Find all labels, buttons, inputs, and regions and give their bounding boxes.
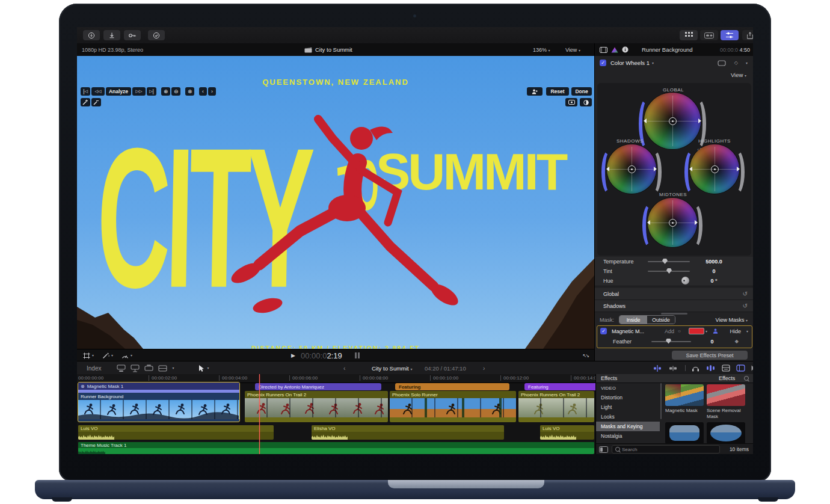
shadows-section-reset-icon[interactable]: ↺	[743, 303, 748, 309]
magnetic-mask-name[interactable]: Magnetic M...	[612, 328, 644, 334]
title-clip-featuring-1[interactable]: Featuring	[395, 383, 509, 390]
inspector-toggle-button[interactable]	[721, 30, 739, 40]
browser-grid-button[interactable]	[680, 30, 698, 40]
effects-search-field[interactable]: Search	[612, 445, 720, 453]
zoom-in-button[interactable]: ⊕	[161, 87, 170, 96]
step-back-button[interactable]: ◁◁	[91, 87, 105, 96]
audio-clip-luis-1[interactable]: Luis VO	[78, 425, 274, 440]
appearance-clip-icon-2[interactable]	[131, 364, 140, 372]
add-stroke-button[interactable]	[81, 98, 90, 106]
hue-value[interactable]: 0 °	[696, 278, 732, 284]
magnetic-mask-item-label[interactable]: Magnetic Mask	[665, 408, 706, 414]
overlay-toggle-button[interactable]	[580, 98, 592, 106]
select-tool-menu[interactable]: ▾	[198, 364, 209, 372]
info-inspector-icon[interactable]	[622, 46, 629, 53]
share-button[interactable]	[742, 30, 753, 40]
viewer-canvas[interactable]: CITY TO SUMMIT	[77, 56, 594, 349]
play-button[interactable]: ▶	[291, 352, 295, 358]
enhance-wand-menu[interactable]: ▾	[102, 352, 113, 359]
mask-add-label[interactable]: Add	[665, 328, 674, 334]
phoenix-trail-clip-2[interactable]: Phoenix Runners On Trail 2	[518, 391, 594, 422]
category-looks[interactable]: Looks	[596, 412, 660, 422]
shadows-color-wheel[interactable]	[607, 144, 656, 194]
analyze-button[interactable]: Analyze	[106, 87, 131, 96]
global-section-row[interactable]: Global ↺	[595, 288, 753, 300]
index-button[interactable]: Index	[87, 365, 101, 372]
midtones-wheel-puck[interactable]	[669, 219, 677, 227]
appearance-clip-icon-3[interactable]	[144, 364, 153, 372]
scene-removal-mask-thumbnail[interactable]	[707, 384, 745, 406]
apply-mask-icon[interactable]	[718, 60, 726, 66]
mask-color-swatch[interactable]	[689, 328, 704, 334]
project-title-group[interactable]: City to Summit	[304, 46, 352, 53]
category-light[interactable]: Light	[596, 402, 660, 412]
music-track-clip[interactable]: Theme Music Track 1	[78, 442, 594, 454]
tint-value[interactable]: 0	[696, 268, 732, 274]
temperature-value[interactable]: 5000.0	[696, 259, 732, 265]
save-effects-preset-button[interactable]: Save Effects Preset	[672, 351, 748, 360]
temperature-slider[interactable]	[648, 261, 690, 262]
timeline-back-button[interactable]: ‹	[343, 365, 345, 372]
feather-slider[interactable]	[651, 341, 691, 342]
keyframe-diamond-icon[interactable]: ◇	[734, 60, 738, 66]
audio-clip-elisha[interactable]: Elisha VO	[312, 425, 504, 440]
mask-hide-label[interactable]: Hide	[730, 328, 741, 334]
wheels-view-menu[interactable]: View ▾	[731, 72, 746, 78]
go-to-start-button[interactable]: |◁	[81, 87, 90, 96]
vignette-mask-thumbnail[interactable]	[665, 422, 704, 444]
done-button[interactable]: Done	[571, 87, 592, 96]
mask-hide-chevron[interactable]: ▾	[746, 330, 748, 333]
effects-scrollbar[interactable]	[660, 383, 662, 419]
precision-editor-icon[interactable]	[669, 364, 677, 372]
go-to-end-button[interactable]: ▷|	[147, 87, 156, 96]
global-color-wheel[interactable]	[644, 93, 701, 149]
highlights-color-wheel[interactable]	[690, 144, 739, 194]
magnetic-mask-bar[interactable]: ⊗ Magnetic Mask 1	[78, 383, 239, 390]
effects-search-icon[interactable]	[744, 376, 749, 381]
shadows-wheel-puck[interactable]	[628, 165, 636, 173]
viewer-zoom-menu[interactable]: 136% ▾	[533, 47, 550, 53]
feather-value[interactable]: 0	[697, 339, 727, 345]
timeline-area[interactable]: 00:00:00:00 00:00:02:00 00:00:04:00 00:0…	[77, 374, 595, 454]
global-wheel-puck[interactable]	[669, 117, 677, 125]
shape-mask-thumbnail[interactable]	[707, 422, 745, 444]
clip-appearance-icon[interactable]	[722, 364, 730, 372]
mask-enabled-checkbox[interactable]: ✓	[600, 328, 607, 334]
runner-background-clip-selected[interactable]: ⊗ Magnetic Mask 1 Runner Background	[78, 382, 240, 422]
remove-stroke-button[interactable]	[91, 98, 101, 106]
feather-keyframe-icon[interactable]: ◆	[735, 339, 739, 344]
title-clip-directed[interactable]: Directed by Antonio Manriquez	[255, 383, 381, 390]
mask-outside-option[interactable]: Outside	[647, 316, 675, 324]
fullscreen-icon[interactable]: ↖↘	[583, 353, 588, 358]
midtones-color-wheel[interactable]	[648, 198, 697, 247]
video-inspector-icon[interactable]	[600, 47, 607, 53]
audio-skimming-icon[interactable]	[706, 364, 715, 372]
reset-button[interactable]: Reset	[546, 87, 569, 96]
zoom-out-button[interactable]: ⊖	[171, 87, 180, 96]
color-inspector-icon[interactable]	[611, 47, 618, 53]
appearance-clip-icon-4[interactable]	[158, 364, 167, 372]
effect-enabled-checkbox[interactable]: ✓	[600, 60, 606, 66]
phoenix-solo-clip[interactable]: Phoenix Solo Runner	[390, 391, 516, 422]
trim-tool-icon[interactable]	[653, 364, 662, 372]
step-forward-button[interactable]: ▷▷	[132, 87, 146, 96]
checkmark-button[interactable]	[148, 30, 165, 40]
playhead[interactable]	[259, 374, 260, 454]
shadows-section-row[interactable]: Shadows ↺	[595, 300, 753, 312]
download-button[interactable]	[103, 30, 120, 40]
key-button[interactable]	[124, 30, 141, 40]
phoenix-trail-clip-1[interactable]: Phoenix Runners On Trail 2	[245, 391, 388, 422]
import-media-button[interactable]	[83, 30, 100, 40]
category-masks-and-keying[interactable]: Masks and Keying	[596, 422, 660, 431]
add-person-button[interactable]	[527, 87, 543, 96]
mask-add-circle-icon[interactable]: ○	[678, 328, 681, 334]
mask-person-icon[interactable]	[713, 328, 718, 334]
view-masks-menu[interactable]: View Masks ▾	[716, 317, 748, 323]
cancel-analysis-button[interactable]: ⊗	[185, 87, 194, 96]
magnetic-mask-thumbnail[interactable]	[665, 384, 704, 406]
category-nostalgia[interactable]: Nostalgia	[596, 431, 660, 441]
viewer-view-menu[interactable]: View ▾	[565, 47, 580, 53]
hue-dial[interactable]	[648, 280, 690, 281]
effect-name[interactable]: Color Wheels 1	[610, 60, 650, 66]
tint-slider[interactable]	[648, 271, 690, 272]
